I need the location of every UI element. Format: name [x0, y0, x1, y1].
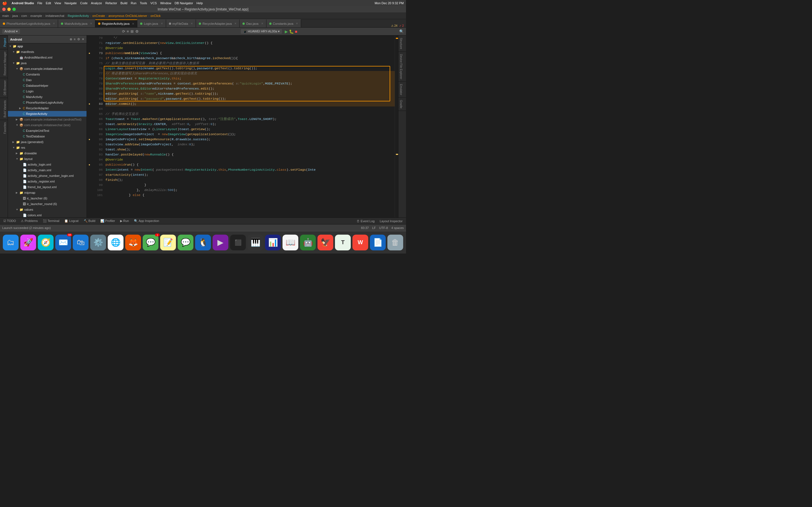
tab-phonenumberlogin[interactable]: PhoneNumberLoginActivity.java ✕: [0, 19, 58, 27]
tree-testdatabase[interactable]: C TestDatabase: [8, 133, 87, 139]
dock-chrome[interactable]: 🌐: [108, 235, 123, 250]
bottom-tab-run[interactable]: ▶ Run: [118, 218, 131, 224]
breadcrumb-oncreate[interactable]: onCreate: [92, 14, 105, 17]
bottom-tab-problems[interactable]: ⚠ Problems: [18, 218, 40, 224]
tab-close-login[interactable]: ✕: [161, 22, 163, 25]
menu-navigate[interactable]: Navigate: [64, 1, 77, 5]
menu-view[interactable]: View: [54, 1, 61, 5]
breadcrumb-register[interactable]: RegisterActivity: [68, 14, 89, 17]
tab-close-mainactivity[interactable]: ✕: [90, 22, 92, 25]
bottom-tab-build[interactable]: 🔨 Build: [82, 218, 98, 224]
code-scroll-container[interactable]: ● ●: [87, 36, 395, 217]
breadcrumb-com[interactable]: com: [21, 14, 27, 17]
sidebar-icon2[interactable]: ≡: [74, 38, 75, 41]
tree-androidmanifest[interactable]: 🤖 AndroidManifest.xml: [8, 55, 87, 60]
tree-java-generated[interactable]: ▶ 📁 java (generated): [8, 139, 87, 145]
dock-finder[interactable]: 🗂: [3, 235, 18, 250]
close-button[interactable]: [2, 8, 6, 11]
dock-mail[interactable]: ✉️ 88: [55, 235, 71, 250]
bottom-tab-profiler[interactable]: 📊 Profiler: [98, 218, 117, 224]
dock-firefox[interactable]: 🦊: [125, 235, 141, 250]
tab-login[interactable]: Login.java ✕: [137, 19, 166, 27]
tree-dao[interactable]: C Dao: [8, 77, 87, 83]
menu-analyze[interactable]: Analyze: [91, 1, 102, 5]
vtab-emulator[interactable]: Emulator: [398, 82, 406, 98]
bottom-tab-terminal[interactable]: ⬛ Terminal: [41, 218, 61, 224]
dock-monitor[interactable]: 📊: [265, 235, 281, 250]
breadcrumb-anon[interactable]: anonymous OnClickListener: [108, 14, 147, 17]
sidebar-icon3[interactable]: ⚙: [77, 38, 80, 41]
android-dropdown[interactable]: Android ▾: [2, 29, 20, 34]
run-button[interactable]: ▶: [285, 29, 288, 34]
tree-login[interactable]: C Login: [8, 89, 87, 94]
menu-help[interactable]: Help: [197, 1, 203, 5]
tab-close-recycleradapter[interactable]: ✕: [234, 22, 237, 25]
tree-mipmap[interactable]: ▶ 📁 mipmap: [8, 190, 87, 195]
menu-code[interactable]: Code: [80, 1, 87, 5]
bottom-tab-layoutinspector[interactable]: Layout Inspector: [377, 218, 405, 224]
menu-db-navigator[interactable]: DB Navigator: [174, 1, 193, 5]
debug-button[interactable]: 🐛: [289, 29, 294, 34]
tab-registeractivity[interactable]: RegisterActivity.java ✕: [95, 19, 137, 27]
vtab-db-browser[interactable]: DB Browser: [0, 78, 8, 98]
dock-wechat[interactable]: 💬: [177, 235, 193, 250]
tab-close-myfiledata[interactable]: ✕: [191, 22, 193, 25]
dock-qq[interactable]: 🐧: [195, 235, 211, 250]
tree-activity-main[interactable]: 📄 activity_main.xml: [8, 167, 87, 173]
breadcrumb-main[interactable]: main: [2, 14, 9, 17]
sidebar-icon4[interactable]: ✕: [82, 38, 84, 41]
tree-mainactivity[interactable]: C MainActivity: [8, 94, 87, 100]
search-everywhere-icon[interactable]: 🔍: [399, 29, 404, 34]
dock-swift[interactable]: 🦅: [317, 235, 333, 250]
menu-build[interactable]: Build: [120, 1, 127, 5]
tab-recycleradapter[interactable]: RecyclerAdapter.java ✕: [196, 19, 240, 27]
tree-databasehelper[interactable]: C DatabaseHelper: [8, 83, 87, 89]
vtab-device-file[interactable]: Device File Explorer: [398, 52, 406, 82]
tree-values[interactable]: ▼ 📁 values: [8, 207, 87, 212]
tree-app[interactable]: ▼ 📁 app: [8, 43, 87, 49]
maximize-button[interactable]: [12, 8, 16, 11]
breadcrumb-java[interactable]: java: [12, 14, 18, 17]
menu-edit[interactable]: Edit: [46, 1, 51, 5]
tree-drawable[interactable]: ▶ 📁 drawable: [8, 151, 87, 156]
dock-coding[interactable]: ▶: [213, 235, 229, 250]
bottom-tab-appinspection[interactable]: 🔍 App Inspection: [132, 218, 161, 224]
tree-colors[interactable]: 📄 colors.xml: [8, 212, 87, 217]
dock-trash[interactable]: 🗑: [388, 235, 403, 250]
tree-pkg-test[interactable]: ▼ 📦 com.example.imitatewechat (test): [8, 122, 87, 128]
tab-close-registeractivity[interactable]: ✕: [132, 22, 134, 25]
tree-recycleradapter-folder[interactable]: ▶ C RecyclerAdapter: [8, 105, 87, 111]
tab-close-dao[interactable]: ✕: [261, 22, 263, 25]
dock-android-studio[interactable]: 🤖: [300, 235, 316, 250]
tree-activity-phone[interactable]: 📄 activity_phone_number_login.xml: [8, 173, 87, 179]
breadcrumb-example[interactable]: example: [31, 14, 42, 17]
sync-icon[interactable]: ⟳: [122, 29, 125, 34]
tab-close-constants[interactable]: ✕: [296, 22, 298, 25]
menu-tools[interactable]: Tools: [140, 1, 147, 5]
menu-vcs[interactable]: VCS: [151, 1, 157, 5]
tab-mainactivity[interactable]: MainActivity.java ✕: [58, 19, 95, 27]
dock-wps[interactable]: W: [352, 235, 368, 250]
dock-settings[interactable]: ⚙️: [90, 235, 106, 250]
minimize-button[interactable]: [7, 8, 11, 11]
tree-res[interactable]: ▼ 📁 res: [8, 145, 87, 151]
sort-icon[interactable]: ≡: [127, 29, 129, 34]
tree-registeractivity[interactable]: C RegisterActivity: [8, 111, 87, 117]
apple-menu[interactable]: 🍎: [2, 1, 7, 5]
vtab-structure[interactable]: Structure: [398, 36, 406, 52]
dock-word[interactable]: 📄: [370, 235, 386, 250]
tree-java[interactable]: ▼ 📁 java: [8, 60, 87, 66]
vtab-build-variants[interactable]: Build Variants: [0, 98, 8, 120]
bottom-tab-todo[interactable]: ☑ TODO: [1, 218, 18, 224]
tree-activity-register[interactable]: 📄 activity_register.xml: [8, 179, 87, 184]
menu-refactor[interactable]: Refactor: [105, 1, 117, 5]
tab-myfiledata[interactable]: myFileData ✕: [166, 19, 196, 27]
filter-icon[interactable]: ⊞: [131, 29, 134, 34]
menu-file[interactable]: File: [37, 1, 42, 5]
tree-layout[interactable]: ▼ 📁 layout: [8, 156, 87, 162]
tree-exampleunit[interactable]: C ExampleUnitTest: [8, 128, 87, 133]
tree-ic-launcher-round[interactable]: 🖼 ic_launcher_round (6): [8, 201, 87, 207]
bottom-tab-logcat[interactable]: 📋 Logcat: [62, 218, 81, 224]
tree-manifests[interactable]: ▼ 📁 manifests: [8, 49, 87, 55]
dock-piano[interactable]: 🎹: [248, 235, 263, 250]
